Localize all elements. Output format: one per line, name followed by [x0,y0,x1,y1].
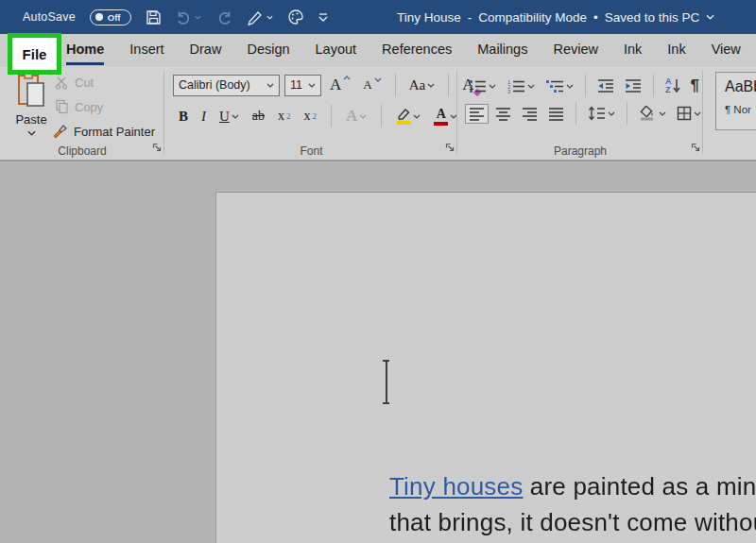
tab-draw[interactable]: Draw [190,34,222,65]
tab-layout[interactable]: Layout [316,34,357,65]
paste-dropdown-icon[interactable] [27,130,36,136]
align-left-button[interactable] [465,104,489,124]
format-painter-button[interactable]: Format Painter [52,124,155,139]
copy-button[interactable]: Copy [55,99,103,114]
underline-button[interactable]: U [215,106,243,127]
superscript-mark: 2 [313,111,318,121]
change-case-glyph: Aa [409,77,426,93]
line-1-text: are painted as a minim [523,472,756,501]
line-spacing-dropdown-icon [608,111,615,116]
grow-font-button[interactable]: A [326,73,354,97]
undo-button[interactable] [176,10,201,25]
save-status[interactable]: Saved to this PC [605,10,700,25]
grow-font-glyph: A [330,76,341,94]
strikethrough-button[interactable]: ab [249,106,268,127]
group-separator [702,71,703,154]
borders-icon [677,106,692,121]
document-page[interactable]: Tiny houses are painted as a minim that … [215,192,756,543]
save-status-dropdown-icon[interactable] [706,14,714,20]
font-dialog-launcher[interactable] [445,139,455,156]
text-highlight-button[interactable] [392,105,424,127]
style-palette-button[interactable] [287,8,304,25]
tab-ink-2[interactable]: Ink [667,34,685,65]
shrink-font-button[interactable]: A [359,75,385,95]
line-spacing-icon [588,106,606,121]
show-hide-formatting-button[interactable]: ¶ [687,74,703,98]
bullets-icon [469,78,487,93]
style-normal-tile[interactable]: AaBb ¶ Nor [715,72,756,130]
font-size-value: 11 [290,78,302,92]
paragraph-dialog-launcher[interactable] [691,139,700,156]
tab-ink-1[interactable]: Ink [624,34,642,65]
redo-icon [215,10,232,25]
change-case-button[interactable]: Aa [405,75,439,96]
cut-button[interactable]: Cut [55,76,94,90]
shading-button[interactable] [635,103,670,125]
paragraph-group-label: Paragraph [457,144,703,158]
tab-home[interactable]: Home [66,34,104,65]
tab-mailings[interactable]: Mailings [477,34,527,65]
autosave-toggle[interactable]: Off [90,9,131,25]
style-name-text: ¶ Nor [725,104,756,115]
font-name-value: Calibri (Body) [179,78,250,92]
save-button[interactable] [146,9,162,25]
font-color-bar [434,122,448,126]
paste-button[interactable]: Paste [9,71,53,152]
tab-view[interactable]: View [712,34,741,65]
palette-icon [287,8,304,25]
format-painter-icon [52,124,68,139]
borders-button[interactable] [673,103,705,124]
subscript-button[interactable]: x2 [274,106,295,127]
pen-dropdown-icon [266,15,273,20]
text-effects-glyph: A [346,107,357,126]
sort-button[interactable]: AZ [662,75,684,97]
justify-button[interactable] [544,104,568,124]
tab-review[interactable]: Review [553,34,598,65]
font-size-combobox[interactable]: 11 [284,75,321,96]
increase-indent-button[interactable] [621,76,645,96]
ribbon: Paste Cut Copy [0,66,756,161]
line-spacing-button[interactable] [584,103,619,124]
quick-access-toolbar: AutoSave Off [0,8,328,25]
copy-icon [55,99,69,114]
tab-file-highlighted[interactable]: File [8,33,61,75]
title-bar: AutoSave Off [0,0,756,34]
dialog-launcher-icon [152,143,162,152]
tiny-houses-hyperlink[interactable]: Tiny houses [389,472,523,501]
customize-qat-button[interactable] [318,13,328,22]
separator [585,75,586,97]
italic-button[interactable]: I [198,106,210,127]
draw-pen-button[interactable] [247,9,273,25]
paint-bucket-icon [639,106,657,122]
numbering-dropdown-icon [527,84,535,89]
autosave-state: Off [108,12,121,23]
text-effects-button[interactable]: A [342,104,370,128]
superscript-button[interactable]: x2 [301,106,321,127]
clipboard-dialog-launcher[interactable] [152,139,162,156]
decrease-indent-button[interactable] [593,76,618,96]
multilevel-list-button[interactable] [541,76,577,96]
align-right-button[interactable] [518,104,541,124]
bullets-button[interactable] [465,76,500,96]
tab-references[interactable]: References [382,34,452,65]
bullets-dropdown-icon [489,84,496,89]
align-center-button[interactable] [491,104,515,124]
font-name-combobox[interactable]: Calibri (Body) [173,75,280,96]
bold-button[interactable]: B [175,106,192,127]
shrink-font-caret-icon [374,77,382,82]
style-preview-text: AaBb [725,78,756,95]
justify-icon [548,107,564,121]
toggle-knob-icon [95,13,103,21]
compatibility-mode-label: Compatibility Mode [478,10,587,25]
redo-button[interactable] [215,10,232,25]
tab-insert[interactable]: Insert [129,34,163,65]
window-title: Tiny House - Compatibility Mode • Saved … [397,0,714,34]
numbering-button[interactable]: 1 2 3 [503,76,539,96]
font-group-label: Font [165,144,457,158]
tab-design[interactable]: Design [247,34,289,65]
highlight-dropdown-icon [413,114,421,119]
ribbon-tab-strip: Home Insert Draw Design Layout Reference… [0,34,756,66]
separator [448,74,449,96]
title-dot: • [593,10,598,25]
borders-dropdown-icon [694,111,701,116]
